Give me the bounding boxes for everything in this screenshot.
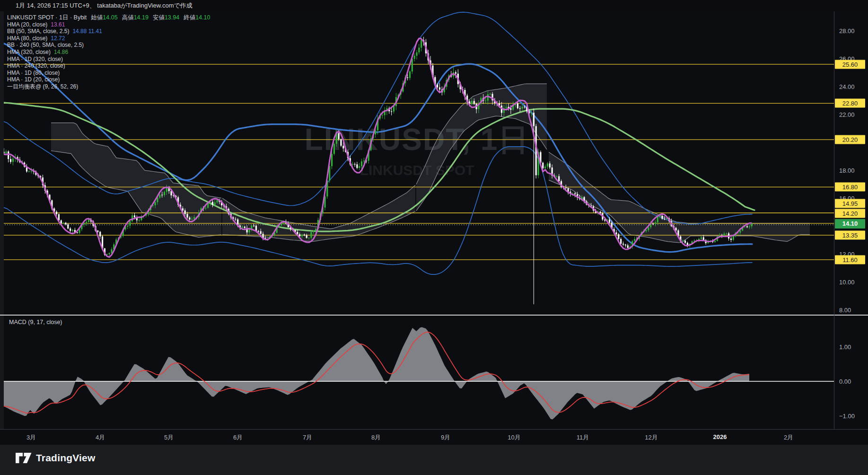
indicator-label: HMA (80, close)	[7, 35, 47, 42]
ohlc-value: 14.05	[103, 14, 117, 21]
ohlc-label: 安値	[153, 14, 165, 21]
left-margin-strip	[0, 11, 4, 429]
indicator-label: HMA · 240 (320, close)	[7, 62, 65, 69]
indicator-legend-row[interactable]: HMA (80, close)12.72	[7, 35, 210, 42]
current-price-label: 14.10	[835, 219, 865, 229]
indicator-legend-row[interactable]: HMA · 1D (320, close)	[7, 56, 210, 63]
ohlc-value: 13.94	[165, 14, 179, 21]
indicator-label: HMA (20, close)	[7, 21, 47, 28]
level-price-label: 13.35	[835, 231, 865, 240]
ohlc-label: 始値	[91, 14, 103, 21]
time-axis[interactable]: 3月4月5月6月7月8月9月10月11月12月20262月	[0, 429, 868, 445]
time-label: 8月	[371, 433, 381, 442]
indicator-value: 14.88 11.41	[72, 28, 102, 35]
footer-bar: TradingView	[0, 445, 868, 475]
tradingview-logo-icon	[16, 453, 32, 463]
level-price-label: 16.80	[835, 183, 865, 192]
time-label: 11月	[577, 433, 589, 442]
indicator-label: HMA · 1D (20, close)	[7, 76, 60, 83]
ohlc-label: 高値	[122, 14, 134, 21]
indicator-legend-row[interactable]: BB (50, SMA, close, 2.5)14.88 11.41	[7, 28, 210, 35]
time-label: 2月	[784, 433, 793, 442]
level-price-label: 20.20	[835, 135, 865, 144]
time-label: 3月	[26, 433, 36, 442]
level-price-label: 14.20	[835, 209, 865, 218]
level-price-label: 25.60	[835, 60, 865, 69]
ohlc-label: 終値	[184, 14, 195, 21]
macd-area	[4, 327, 749, 419]
indicator-label: BB (50, SMA, close, 2.5)	[7, 28, 69, 35]
price-tick-label: 8.00	[839, 307, 851, 314]
time-label: 5月	[164, 433, 174, 442]
indicator-legend-row[interactable]: HMA · 1D (80, close)	[7, 70, 210, 77]
price-tick-label: 10.00	[839, 279, 855, 286]
tradingview-logo-text: TradingView	[36, 452, 96, 464]
symbol-legend-row[interactable]: LINKUSDT SPOT · 1日 · Bybit始値14.05高値14.19…	[7, 14, 210, 21]
symbol-title: LINKUSDT SPOT · 1日 · Bybit	[7, 14, 87, 21]
attribution-text: 1月 14, 2026 17:15 UTC+9、 takatabaがTradin…	[16, 2, 193, 9]
price-tick-label: 24.00	[839, 83, 855, 90]
time-label: 6月	[233, 433, 243, 442]
tradingview-logo[interactable]: TradingView	[16, 452, 96, 464]
time-label: 12月	[645, 433, 658, 442]
indicator-legend-row[interactable]: HMA · 1D (20, close)	[7, 76, 210, 83]
indicator-rows: HMA (20, close)13.61BB (50, SMA, close, …	[7, 21, 210, 90]
indicator-legend-row[interactable]: HMA (20, close)13.61	[7, 21, 210, 28]
indicator-legend-row[interactable]: 一目均衡表@ (9, 26, 52, 26)	[7, 83, 210, 90]
macd-pane[interactable]	[0, 327, 834, 419]
indicator-legend-row[interactable]: HMA · 240 (320, close)	[7, 62, 210, 70]
time-label: 4月	[96, 433, 105, 442]
pane-divider[interactable]	[0, 315, 868, 316]
indicator-label: BB · 240 (50, SMA, close, 2.5)	[7, 42, 84, 48]
indicator-label: HMA · 1D (80, close)	[7, 70, 60, 76]
macd-tick-label: 0.00	[839, 378, 851, 385]
time-label: 10月	[508, 433, 520, 442]
time-label: 7月	[303, 433, 312, 442]
chart-area[interactable]: LINKUSDT, 1日 LINKUSDT SPOT LINKUSDT SPOT…	[0, 11, 868, 445]
ohlc-value: 14.10	[195, 14, 210, 21]
tradingview-chart-window: 1月 14, 2026 17:15 UTC+9、 takatabaがTradin…	[0, 0, 868, 475]
indicator-legend: LINKUSDT SPOT · 1日 · Bybit始値14.05高値14.19…	[7, 14, 210, 90]
level-price-label: 14.95	[835, 199, 865, 208]
price-tick-label: 28.00	[839, 27, 855, 35]
price-tick-label: 18.00	[839, 167, 855, 174]
level-price-label: 22.80	[835, 99, 865, 108]
time-label: 9月	[441, 433, 450, 442]
ohlc-values: 始値14.05高値14.19安値13.94終値14.10	[87, 14, 210, 21]
attribution-bar: 1月 14, 2026 17:15 UTC+9、 takatabaがTradin…	[0, 0, 868, 11]
macd-legend-row[interactable]: MACD (9, 17, close)	[9, 319, 62, 325]
indicator-value: 14.86	[54, 49, 68, 55]
level-price-label: 11.60	[835, 255, 865, 264]
indicator-value: 12.72	[51, 35, 65, 42]
ichimoku-cloud	[222, 185, 415, 241]
indicator-label: HMA (320, close)	[7, 49, 51, 55]
macd-tick-label: 1.00	[839, 343, 851, 351]
price-axis[interactable]: 28.0026.0024.0022.0018.0016.0012.0010.00…	[834, 11, 868, 429]
indicator-legend-row[interactable]: HMA (320, close)14.86	[7, 49, 210, 56]
time-label-year: 2026	[713, 433, 727, 440]
ohlc-value: 14.19	[134, 14, 149, 21]
price-tick-label: 22.00	[839, 111, 855, 118]
indicator-label: 一目均衡表@ (9, 26, 52, 26)	[7, 83, 78, 90]
macd-tick-label: −1.00	[839, 413, 855, 420]
indicator-value: 13.61	[51, 21, 65, 28]
indicator-legend-row[interactable]: BB · 240 (50, SMA, close, 2.5)	[7, 42, 210, 49]
indicator-label: HMA · 1D (320, close)	[7, 56, 63, 62]
